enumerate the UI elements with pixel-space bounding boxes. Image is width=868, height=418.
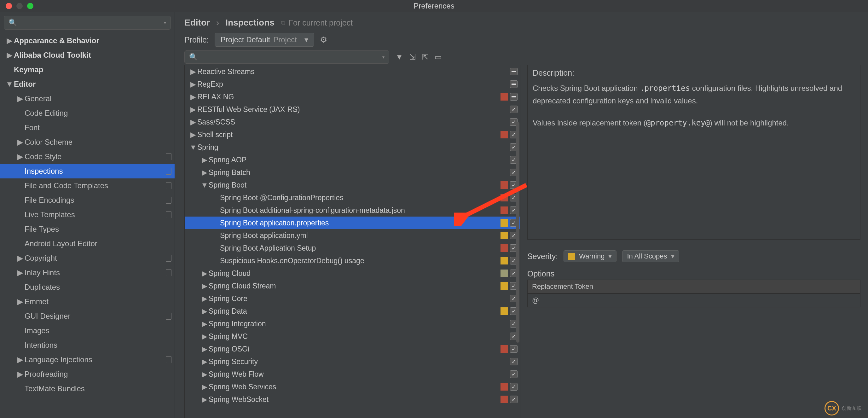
inspection-item[interactable]: ▼Spring✓ (185, 141, 520, 153)
checkbox-mixed[interactable] (510, 68, 518, 75)
inspection-item[interactable]: ▶Spring Integration✓ (185, 318, 520, 330)
expand-arrow-icon: ▶ (16, 150, 25, 163)
inspection-search[interactable]: 🔍 ▾ (184, 51, 389, 64)
sidebar-item-textmate-bundles[interactable]: TextMate Bundles (0, 382, 175, 396)
checkbox-on[interactable]: ✓ (510, 396, 518, 403)
inspection-item[interactable]: Spring Boot application.yml✓ (185, 229, 520, 242)
severity-select[interactable]: Warning ▾ (563, 250, 617, 262)
inspection-item[interactable]: Spring Boot application.properties✓ (185, 216, 520, 229)
checkbox-mixed[interactable] (510, 93, 518, 100)
sidebar-item-code-editing[interactable]: Code Editing (0, 106, 175, 120)
inspection-item[interactable]: Suspicious Hooks.onOperatorDebug() usage… (185, 255, 520, 267)
expand-arrow-icon: ▶ (200, 168, 209, 177)
sidebar-item-label: Proofreading (25, 368, 172, 381)
sidebar-item-images[interactable]: Images (0, 323, 175, 338)
sidebar-item-language-injections[interactable]: ▶Language Injections (0, 352, 175, 367)
chevron-down-icon: ▾ (164, 20, 166, 25)
inspection-item[interactable]: ▶RESTful Web Service (JAX-RS)✓ (185, 103, 520, 116)
minimize-window-button[interactable] (17, 3, 23, 9)
checkbox-on[interactable]: ✓ (510, 345, 518, 353)
inspection-item[interactable]: ▶Spring MVC✓ (185, 330, 520, 343)
inspection-item[interactable]: ▶Sass/SCSS✓ (185, 116, 520, 128)
sidebar-item-copyright[interactable]: ▶Copyright (0, 251, 175, 265)
sidebar-item-file-encodings[interactable]: File Encodings (0, 193, 175, 207)
inspection-item[interactable]: Spring Boot additional-spring-configurat… (185, 204, 520, 216)
inspection-label: Spring Boot @ConfigurationProperties (220, 193, 499, 202)
gear-icon[interactable]: ⚙ (320, 35, 327, 45)
inspection-item[interactable]: ▶Spring Web Flow✓ (185, 368, 520, 381)
option-replacement-token-value[interactable]: @ (527, 294, 861, 307)
sidebar-item-appearance-behavior[interactable]: ▶Appearance & Behavior (0, 33, 175, 48)
sidebar-item-intentions[interactable]: Intentions (0, 338, 175, 352)
breadcrumb-editor[interactable]: Editor (184, 18, 210, 28)
inspection-item[interactable]: ▶Spring WebSocket✓ (185, 393, 520, 406)
sidebar-item-android-layout-editor[interactable]: Android Layout Editor (0, 236, 175, 251)
description-paragraph-2: Values inside replacement token (@proper… (533, 117, 855, 129)
sidebar-search[interactable]: 🔍 ▾ (4, 16, 171, 30)
checkbox-mixed[interactable] (510, 80, 518, 88)
sidebar-item-label: Inlay Hints (25, 266, 164, 279)
sidebar-item-alibaba-cloud-toolkit[interactable]: ▶Alibaba Cloud Toolkit (0, 48, 175, 62)
filter-icon[interactable]: ▼ (396, 53, 403, 61)
scope-select[interactable]: In All Scopes ▾ (622, 250, 679, 262)
sidebar-item-emmet[interactable]: ▶Emmet (0, 294, 175, 309)
expand-arrow-icon: ▶ (189, 130, 197, 139)
inspection-item[interactable]: ▶Shell script✓ (185, 128, 520, 141)
expand-all-icon[interactable]: ⇲ (409, 53, 416, 61)
inspection-item[interactable]: ▶RELAX NG (185, 90, 520, 103)
sidebar-item-file-types[interactable]: File Types (0, 222, 175, 236)
inspection-item[interactable]: ▶Spring Cloud✓ (185, 267, 520, 279)
profile-select[interactable]: Project Default Project ▾ (215, 33, 314, 47)
sidebar-item-label: Emmet (25, 295, 172, 308)
sidebar-item-proofreading[interactable]: ▶Proofreading (0, 367, 175, 382)
inspection-item[interactable]: ▶RegExp (185, 78, 520, 90)
checkbox-on[interactable]: ✓ (510, 383, 518, 391)
inspection-item[interactable]: ▶Reactive Streams (185, 65, 520, 78)
checkbox-on[interactable]: ✓ (510, 358, 518, 365)
breadcrumb: Editor › Inspections ⧉ For current proje… (184, 14, 861, 33)
inspection-label: Spring Cloud (209, 269, 499, 278)
inspection-item[interactable]: ▶Spring Web Services✓ (185, 381, 520, 393)
titlebar: Preferences (0, 0, 868, 12)
sidebar-item-duplicates[interactable]: Duplicates (0, 280, 175, 294)
sidebar-item-live-templates[interactable]: Live Templates (0, 207, 175, 222)
project-scope-icon (166, 168, 172, 175)
sidebar-item-color-scheme[interactable]: ▶Color Scheme (0, 135, 175, 149)
sidebar-item-code-style[interactable]: ▶Code Style (0, 149, 175, 164)
toggle-panel-icon[interactable]: ▭ (435, 53, 442, 61)
expand-arrow-icon: ▶ (200, 370, 209, 379)
inspection-search-input[interactable] (200, 54, 380, 61)
sidebar-search-input[interactable] (20, 19, 161, 27)
sidebar-item-editor[interactable]: ▼Editor (0, 77, 175, 91)
sidebar-item-font[interactable]: Font (0, 120, 175, 135)
sidebar-item-general[interactable]: ▶General (0, 91, 175, 106)
close-window-button[interactable] (6, 3, 12, 9)
inspection-item[interactable]: ▶Spring Cloud Stream✓ (185, 279, 520, 292)
inspection-item[interactable]: ▶Spring Core✓ (185, 292, 520, 305)
sidebar-item-file-and-code-templates[interactable]: File and Code Templates (0, 178, 175, 193)
inspection-item[interactable]: ▶Spring Data✓ (185, 305, 520, 318)
severity-swatch (500, 194, 508, 202)
zoom-window-button[interactable] (27, 3, 33, 9)
sidebar-item-inspections[interactable]: Inspections (0, 164, 175, 178)
scrollbar[interactable] (516, 122, 519, 343)
inspection-item[interactable]: Spring Boot @ConfigurationProperties✓ (185, 191, 520, 204)
inspection-item[interactable]: ▶Spring AOP✓ (185, 153, 520, 166)
sidebar-item-keymap[interactable]: Keymap (0, 62, 175, 77)
inspection-item[interactable]: ▶Spring OSGi✓ (185, 343, 520, 355)
checkbox-on[interactable]: ✓ (510, 370, 518, 378)
sidebar-item-label: Inspections (25, 165, 164, 177)
inspection-item[interactable]: ▼Spring Boot✓ (185, 179, 520, 191)
collapse-all-icon[interactable]: ⇱ (422, 53, 428, 61)
expand-arrow-icon: ▶ (16, 252, 25, 265)
watermark-logo: CX (825, 401, 839, 416)
profile-scope: Project (273, 35, 297, 44)
sidebar-item-inlay-hints[interactable]: ▶Inlay Hints (0, 265, 175, 280)
inspection-item[interactable]: ▶Spring Batch✓ (185, 166, 520, 179)
inspection-item[interactable]: ▶Spring Security✓ (185, 355, 520, 368)
sidebar-item-gui-designer[interactable]: GUI Designer (0, 309, 175, 323)
inspection-label: Spring Batch (209, 168, 499, 177)
checkbox-on[interactable]: ✓ (510, 106, 518, 113)
inspection-item[interactable]: Spring Boot Application Setup✓ (185, 242, 520, 255)
sidebar-item-label: Alibaba Cloud Toolkit (14, 49, 172, 61)
